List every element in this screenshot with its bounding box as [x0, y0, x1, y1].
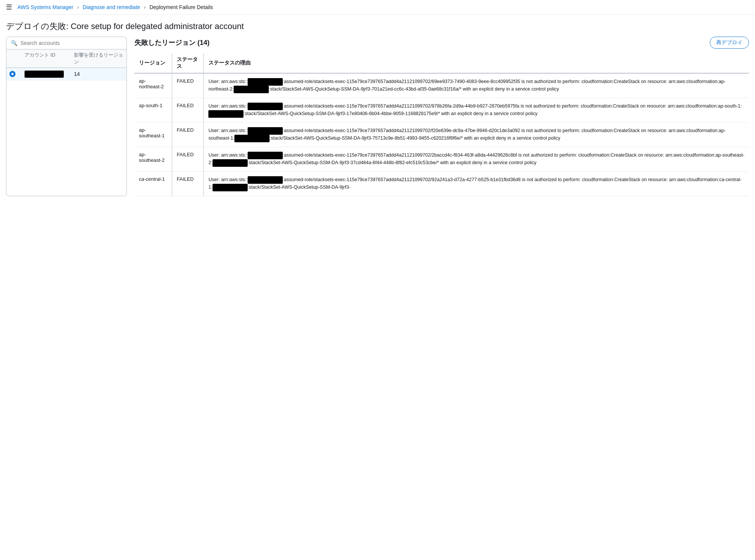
reason-text: User: arn:aws:sts::██████████:assumed-ro…: [208, 152, 744, 167]
main-layout: 🔍 アカウント ID 影響を受けるリージョン ██████████ 14: [0, 37, 755, 202]
right-panel: 失敗したリージョン (14) 再デプロイ リージョン ステータス ステータスの理…: [134, 37, 749, 196]
status-cell: FAILED: [172, 147, 204, 172]
status-badge: FAILED: [177, 176, 194, 182]
status-badge: FAILED: [177, 127, 194, 133]
reason-cell: User: arn:aws:sts::██████████:assumed-ro…: [204, 123, 749, 147]
table-row: ap-northeast-2FAILEDUser: arn:aws:sts::█…: [134, 73, 749, 98]
redacted-value: ██████████: [234, 135, 270, 142]
failed-title: 失敗したリージョン (14): [134, 38, 210, 47]
status-cell: FAILED: [172, 123, 204, 147]
page-title: デプロイの失敗: Core setup for delegated admini…: [0, 15, 755, 37]
menu-icon[interactable]: ☰: [6, 3, 12, 11]
search-icon: 🔍: [11, 40, 17, 46]
col-radio: [9, 52, 25, 65]
regions-table: リージョン ステータス ステータスの理由 ap-northeast-2FAILE…: [134, 53, 749, 196]
redacted-value: ██████████: [248, 152, 283, 159]
reason-text: User: arn:aws:sts::██████████:assumed-ro…: [208, 176, 744, 191]
nav-current: Deployment Failure Details: [149, 4, 213, 10]
redacted-value: ██████████: [208, 110, 243, 118]
search-box: 🔍: [6, 37, 126, 49]
search-input[interactable]: [20, 40, 122, 46]
col-regions-header: 影響を受けるリージョン: [74, 52, 123, 65]
col-header-status: ステータス: [172, 53, 204, 73]
redacted-value: ██████████: [213, 159, 248, 167]
table-row: ca-central-1FAILEDUser: arn:aws:sts::███…: [134, 172, 749, 196]
redacted-value: ██████████: [248, 78, 283, 86]
status-badge: FAILED: [177, 78, 194, 84]
region-cell: ca-central-1: [134, 172, 172, 196]
region-cell: ap-south-1: [134, 98, 172, 123]
account-id-cell: ██████████: [25, 71, 74, 77]
region-cell: ap-southeast-1: [134, 123, 172, 147]
title-main: Core setup for delegated administrator a…: [71, 22, 244, 31]
reason-text: User: arn:aws:sts::██████████:assumed-ro…: [208, 127, 744, 142]
title-prefix: デプロイの失敗:: [6, 22, 71, 31]
col-account-id-header: アカウント ID: [25, 52, 74, 65]
failed-header: 失敗したリージョン (14) 再デプロイ: [134, 37, 749, 49]
nav-link-app[interactable]: AWS Systems Manager: [17, 4, 73, 10]
reason-cell: User: arn:aws:sts::██████████:assumed-ro…: [204, 73, 749, 98]
reason-cell: User: arn:aws:sts::██████████:assumed-ro…: [204, 98, 749, 123]
top-navigation: ☰ AWS Systems Manager › Diagnose and rem…: [0, 0, 755, 15]
table-header-row: リージョン ステータス ステータスの理由: [134, 53, 749, 73]
reason-cell: User: arn:aws:sts::██████████:assumed-ro…: [204, 147, 749, 172]
nav-separator-2: ›: [144, 4, 146, 10]
reason-text: User: arn:aws:sts::██████████:assumed-ro…: [208, 103, 744, 118]
redacted-value: ██████████: [248, 127, 283, 135]
region-cell: ap-southeast-2: [134, 147, 172, 172]
status-cell: FAILED: [172, 98, 204, 123]
status-cell: FAILED: [172, 73, 204, 98]
radio-button[interactable]: [9, 71, 25, 77]
table-row: ap-southeast-1FAILEDUser: arn:aws:sts::█…: [134, 123, 749, 147]
col-header-region: リージョン: [134, 53, 172, 73]
nav-link-diagnose[interactable]: Diagnose and remediate: [83, 4, 140, 10]
account-row[interactable]: ██████████ 14: [6, 68, 126, 80]
status-cell: FAILED: [172, 172, 204, 196]
redacted-value: ██████████: [213, 184, 248, 191]
redeploy-button[interactable]: 再デプロイ: [710, 37, 749, 49]
status-badge: FAILED: [177, 152, 194, 157]
reason-cell: User: arn:aws:sts::██████████:assumed-ro…: [204, 172, 749, 196]
reason-text: User: arn:aws:sts::██████████:assumed-ro…: [208, 78, 744, 93]
table-row: ap-south-1FAILEDUser: arn:aws:sts::█████…: [134, 98, 749, 123]
table-row: ap-southeast-2FAILEDUser: arn:aws:sts::█…: [134, 147, 749, 172]
account-id-redacted: ██████████: [25, 71, 64, 78]
redacted-value: ██████████: [234, 86, 269, 93]
nav-separator-1: ›: [77, 4, 79, 10]
accounts-table-header: アカウント ID 影響を受けるリージョン: [6, 49, 126, 68]
redacted-value: ██████████: [248, 103, 283, 110]
redacted-value: ██████████: [248, 176, 283, 184]
region-cell: ap-northeast-2: [134, 73, 172, 98]
status-badge: FAILED: [177, 103, 194, 108]
region-count: 14: [74, 71, 123, 77]
left-panel: 🔍 アカウント ID 影響を受けるリージョン ██████████ 14: [6, 37, 127, 196]
col-header-reason: ステータスの理由: [204, 53, 749, 73]
